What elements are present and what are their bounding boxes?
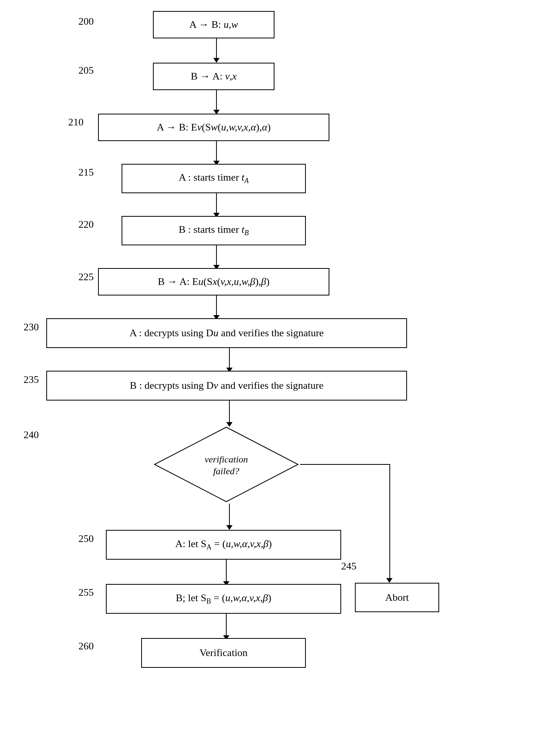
step-label-225: 225 [78,271,94,283]
step-label-200: 200 [78,16,94,27]
box-225-text: B → A: Eu(Sx(v,x,u,w,β),β) [158,276,270,288]
box-255: B; let SB = (u,w,α,v,x,β) [106,584,341,614]
box-235: B : decrypts using Dv and verifies the s… [46,371,407,401]
box-225: B → A: Eu(Sx(v,x,u,w,β),β) [98,268,329,296]
arrow-255-260 [223,614,229,640]
box-230-text: A : decrypts using Du and verifies the s… [129,327,324,339]
step-label-245: 245 [341,560,356,572]
box-260-text: Verification [200,647,248,659]
step-label-230: 230 [24,321,39,333]
box-200: A → B: u,w [153,11,274,38]
arrow-250-255 [223,560,229,586]
arrow-240-250 [226,504,233,530]
box-205: B → A: v,x [153,63,274,90]
box-260: Verification [141,638,306,668]
arrow-220-225 [213,245,220,270]
step-label-205: 205 [78,65,94,76]
svg-text:failed?: failed? [213,466,240,476]
box-255-text: B; let SB = (u,w,α,v,x,β) [176,592,271,606]
diamond-240: verification failed? [153,425,300,504]
box-235-text: B : decrypts using Dv and verifies the s… [130,380,324,392]
step-label-220: 220 [78,219,94,230]
arrow-215-220 [213,193,220,218]
box-250-text: A: let SA = (u,w,α,v,x,β) [175,538,272,551]
arrow-abort-head [386,578,393,583]
step-label-215: 215 [78,167,94,178]
step-label-250: 250 [78,533,94,545]
step-label-255: 255 [78,587,94,598]
arrow-225-230 [213,296,220,320]
arrow-right-down [389,464,390,580]
box-200-text: A → B: u,w [189,19,238,31]
step-label-235: 235 [24,374,39,386]
arrow-210-215 [213,141,220,165]
svg-marker-0 [154,427,298,502]
box-215-text: A : starts timer tA [179,172,249,185]
step-label-260: 260 [78,640,94,652]
box-220-text: B : starts timer tB [179,224,249,237]
box-245-text: Abort [385,592,409,604]
box-250: A: let SA = (u,w,α,v,x,β) [106,530,341,560]
box-230: A : decrypts using Du and verifies the s… [46,318,407,348]
arrow-235-240 [226,401,233,427]
box-210: A → B: Ev(Sw(u,w,v,x,α),α) [98,114,329,141]
step-label-210: 210 [68,116,84,128]
arrow-230-235 [226,348,233,372]
box-205-text: B → A: v,x [191,71,236,82]
arrow-240-right [300,464,390,465]
box-210-text: A → B: Ev(Sw(u,w,v,x,α),α) [157,121,271,133]
arrow-200-205 [213,38,220,63]
box-245: Abort [355,583,439,612]
diagram-container: 200 A → B: u,w 205 B → A: v,x 210 A → B:… [0,0,538,756]
arrow-205-210 [213,90,220,114]
step-label-240: 240 [24,429,39,441]
box-215: A : starts timer tA [122,164,306,193]
svg-text:verification: verification [205,454,248,464]
box-220: B : starts timer tB [122,216,306,245]
